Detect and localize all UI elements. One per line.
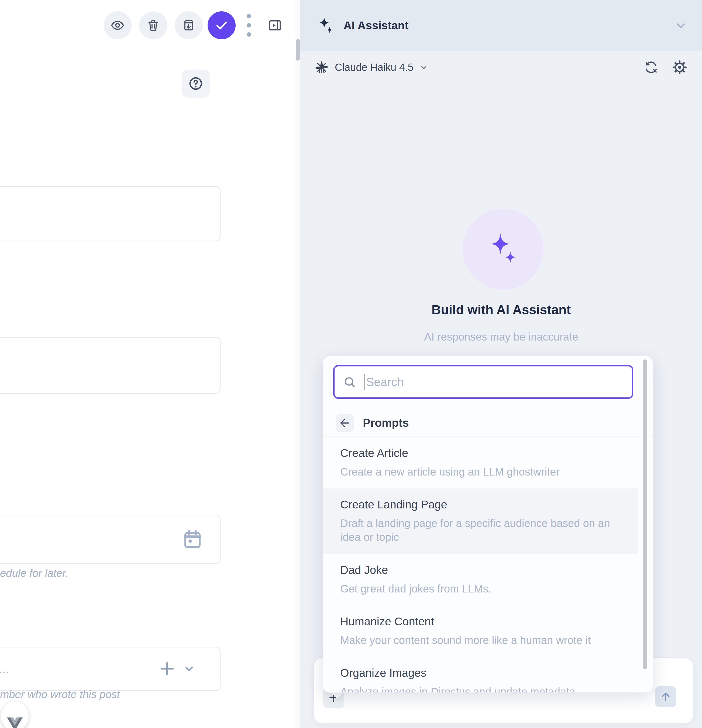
chevron-down-icon [419,62,428,72]
prompts-header-row: Prompts [323,410,653,437]
claude-starburst-icon [314,60,329,75]
prompt-title: Create Article [340,447,621,460]
scrollbar-thumb[interactable] [643,360,647,669]
section-divider [0,123,219,123]
prompt-list-item[interactable]: Dad Joke Get great dad jokes from LLMs. [323,554,638,605]
panel-title: AI Assistant [343,19,408,32]
schedule-note: edule for later. [0,567,68,579]
prompt-list: Create Article Create a new article usin… [323,437,638,693]
author-placeholder: ... [0,662,9,676]
prompt-title: Create Landing Page [340,498,621,511]
arrow-left-icon [339,417,351,429]
help-circle-icon [188,75,204,92]
publish-date-field[interactable] [0,514,220,564]
slug-input[interactable] [0,337,220,394]
prompt-description: Draft a landing page for a specific audi… [340,517,615,544]
eye-icon [110,18,124,32]
search-icon [343,375,357,389]
section-divider [0,453,219,453]
text-caret [364,374,365,390]
prompts-heading: Prompts [363,416,409,429]
model-selector[interactable]: Claude Haiku 4.5 [314,60,428,75]
app-root: edule for later. ... mber who wrote this… [0,0,702,728]
scrollbar-thumb[interactable] [296,39,300,61]
prompts-popover: Prompts Create Article Create a new arti… [323,356,653,693]
empty-state-heading: Build with AI Assistant [300,302,702,317]
prompt-list-item[interactable]: Humanize Content Make your content sound… [323,605,638,657]
prompt-title: Dad Joke [340,564,621,576]
empty-state-subheading: AI responses may be inaccurate [300,331,702,343]
help-button[interactable] [182,69,210,98]
arrow-up-icon [659,690,672,703]
title-input[interactable] [0,186,220,241]
model-selector-row: Claude Haiku 4.5 [300,51,702,84]
prompt-description: Get great dad jokes from LLMs. [340,582,615,596]
send-button[interactable] [655,686,676,707]
ai-assistant-header[interactable]: AI Assistant [300,0,702,51]
preview-button[interactable] [104,11,132,39]
delete-button[interactable] [139,11,167,39]
back-button[interactable] [336,414,354,432]
empty-state-illustration [463,209,543,290]
sparkles-icon [487,232,519,266]
author-select-field[interactable]: ... [0,647,220,691]
calendar-icon[interactable] [181,528,204,551]
vue-logo[interactable] [1,702,29,728]
popover-scrollbar[interactable] [643,358,648,690]
prompt-description: Make your content sound more like a huma… [340,633,615,647]
clear-history-icon[interactable] [643,59,659,75]
toggle-sidebar-button[interactable] [260,11,290,39]
prompt-list-item[interactable]: Create Article Create a new article usin… [323,437,638,488]
archive-button[interactable] [175,11,203,39]
editor-panel: edule for later. ... mber who wrote this… [0,0,295,728]
search-input[interactable] [366,375,624,389]
trash-icon [146,19,160,32]
chevron-down-icon[interactable] [181,660,198,677]
toggle-sidebar-icon [268,18,282,33]
prompt-title: Organize Images [340,667,621,679]
prompt-list-item[interactable]: Organize Images Analyze images in Direct… [323,657,638,693]
sparkles-icon [317,16,334,35]
editor-scrollbar[interactable] [295,0,300,728]
author-note: mber who wrote this post [0,688,120,701]
kebab-menu-icon [246,12,251,38]
gear-icon[interactable] [672,59,688,75]
prompt-description: Create a new article using an LLM ghostw… [340,465,615,479]
ai-assistant-panel: AI Assistant Claude Haiku 4.5 [300,0,702,728]
check-icon [214,18,229,33]
plus-icon[interactable] [156,658,178,679]
save-button[interactable] [208,11,236,39]
search-box[interactable] [333,365,633,399]
prompt-title: Humanize Content [340,615,621,628]
chevron-down-icon[interactable] [673,18,688,33]
prompt-list-item[interactable]: Create Landing Page Draft a landing page… [323,488,638,554]
prompt-description: Analyze images in Directus and update me… [340,685,615,693]
archive-icon [182,19,195,32]
more-options-button[interactable] [243,11,255,39]
model-label: Claude Haiku 4.5 [335,62,414,73]
